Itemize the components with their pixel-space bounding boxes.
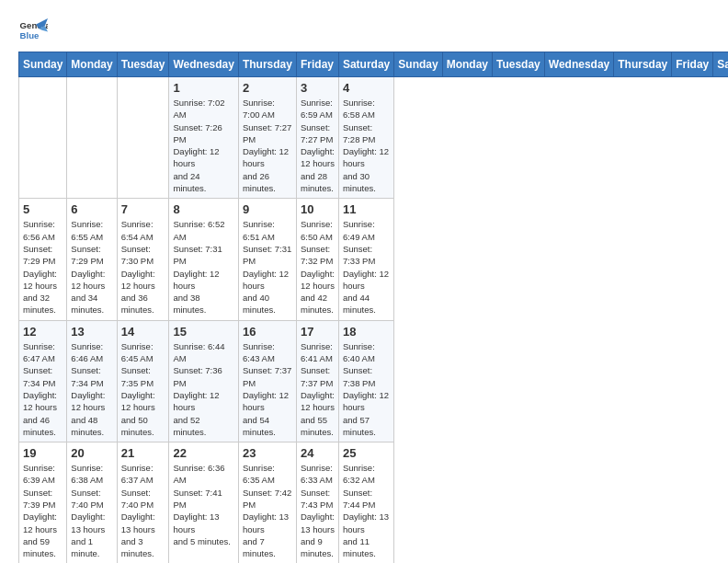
day-number: 10 [301,202,335,216]
day-info: Sunrise: 6:55 AMSunset: 7:29 PMDaylight:… [71,218,112,316]
day-number: 17 [301,325,335,339]
day-info: Sunrise: 6:38 AMSunset: 7:40 PMDaylight:… [71,462,112,559]
calendar-cell: 25Sunrise: 6:32 AMSunset: 7:44 PMDayligh… [338,442,393,563]
day-number: 12 [23,325,63,339]
day-number: 24 [301,446,335,460]
week-row-1: 1Sunrise: 7:02 AMSunset: 7:26 PMDaylight… [19,77,729,199]
day-number: 11 [343,202,390,216]
calendar-cell: 18Sunrise: 6:40 AMSunset: 7:38 PMDayligh… [338,320,393,442]
day-info: Sunrise: 6:35 AMSunset: 7:42 PMDaylight:… [243,462,292,559]
day-number: 7 [121,202,165,216]
calendar-cell: 24Sunrise: 6:33 AMSunset: 7:43 PMDayligh… [296,442,338,563]
calendar-cell: 17Sunrise: 6:41 AMSunset: 7:37 PMDayligh… [296,320,338,442]
day-info: Sunrise: 6:49 AMSunset: 7:33 PMDaylight:… [343,218,390,316]
column-header-thursday: Thursday [614,52,672,77]
logo-icon: General Blue [18,18,48,44]
day-number: 2 [243,81,292,95]
column-header-sunday: Sunday [394,52,442,77]
day-number: 6 [71,202,112,216]
calendar-cell: 19Sunrise: 6:39 AMSunset: 7:39 PMDayligh… [19,442,67,563]
day-number: 18 [343,325,390,339]
column-header-monday: Monday [442,52,492,77]
column-header-tuesday: Tuesday [117,52,169,77]
day-info: Sunrise: 6:40 AMSunset: 7:38 PMDaylight:… [343,340,390,438]
calendar-cell [117,77,169,199]
day-number: 3 [301,81,335,95]
calendar-cell: 22Sunrise: 6:36 AMSunset: 7:41 PMDayligh… [169,442,238,563]
day-info: Sunrise: 6:50 AMSunset: 7:32 PMDaylight:… [301,218,335,316]
day-info: Sunrise: 6:52 AMSunset: 7:31 PMDaylight:… [173,218,233,316]
calendar-cell: 13Sunrise: 6:46 AMSunset: 7:34 PMDayligh… [67,320,117,442]
column-header-friday: Friday [672,52,713,77]
calendar-cell: 9Sunrise: 6:51 AMSunset: 7:31 PMDaylight… [238,199,296,320]
logo: General Blue [18,18,48,44]
calendar-cell [67,77,117,199]
day-info: Sunrise: 6:39 AMSunset: 7:39 PMDaylight:… [23,462,63,559]
calendar-cell: 8Sunrise: 6:52 AMSunset: 7:31 PMDaylight… [169,199,238,320]
calendar-cell [19,77,67,199]
week-row-3: 12Sunrise: 6:47 AMSunset: 7:34 PMDayligh… [19,320,729,442]
day-info: Sunrise: 6:41 AMSunset: 7:37 PMDaylight:… [301,340,335,438]
day-info: Sunrise: 6:37 AMSunset: 7:40 PMDaylight:… [121,462,165,559]
column-header-saturday: Saturday [338,52,393,77]
calendar-cell: 21Sunrise: 6:37 AMSunset: 7:40 PMDayligh… [117,442,169,563]
day-info: Sunrise: 6:43 AMSunset: 7:37 PMDaylight:… [243,340,292,438]
day-number: 14 [121,325,165,339]
calendar-header-row: SundayMondayTuesdayWednesdayThursdayFrid… [19,52,729,77]
svg-text:Blue: Blue [20,30,40,40]
day-info: Sunrise: 7:00 AMSunset: 7:27 PMDaylight:… [243,97,292,194]
week-row-4: 19Sunrise: 6:39 AMSunset: 7:39 PMDayligh… [19,442,729,563]
day-info: Sunrise: 6:56 AMSunset: 7:29 PMDaylight:… [23,218,63,316]
day-info: Sunrise: 6:36 AMSunset: 7:41 PMDaylight:… [173,462,233,547]
day-number: 25 [343,446,390,460]
calendar-table: SundayMondayTuesdayWednesdayThursdayFrid… [18,52,728,563]
column-header-tuesday: Tuesday [492,52,544,77]
calendar-cell: 2Sunrise: 7:00 AMSunset: 7:27 PMDaylight… [238,77,296,199]
day-number: 22 [173,446,233,460]
day-number: 13 [71,325,112,339]
calendar-cell: 16Sunrise: 6:43 AMSunset: 7:37 PMDayligh… [238,320,296,442]
calendar-cell: 1Sunrise: 7:02 AMSunset: 7:26 PMDaylight… [169,77,238,199]
day-info: Sunrise: 6:54 AMSunset: 7:30 PMDaylight:… [121,218,165,316]
calendar-cell: 11Sunrise: 6:49 AMSunset: 7:33 PMDayligh… [338,199,393,320]
calendar-cell: 23Sunrise: 6:35 AMSunset: 7:42 PMDayligh… [238,442,296,563]
day-number: 20 [71,446,112,460]
day-number: 5 [23,202,63,216]
day-info: Sunrise: 6:33 AMSunset: 7:43 PMDaylight:… [301,462,335,559]
day-info: Sunrise: 6:44 AMSunset: 7:36 PMDaylight:… [173,340,233,438]
column-header-wednesday: Wednesday [544,52,613,77]
day-info: Sunrise: 6:47 AMSunset: 7:34 PMDaylight:… [23,340,63,438]
column-header-friday: Friday [296,52,338,77]
week-row-2: 5Sunrise: 6:56 AMSunset: 7:29 PMDaylight… [19,199,729,320]
day-number: 4 [343,81,390,95]
day-number: 21 [121,446,165,460]
calendar-cell: 14Sunrise: 6:45 AMSunset: 7:35 PMDayligh… [117,320,169,442]
day-number: 9 [243,202,292,216]
day-number: 8 [173,202,233,216]
calendar-cell: 3Sunrise: 6:59 AMSunset: 7:27 PMDaylight… [296,77,338,199]
day-info: Sunrise: 6:45 AMSunset: 7:35 PMDaylight:… [121,340,165,438]
calendar-cell: 5Sunrise: 6:56 AMSunset: 7:29 PMDaylight… [19,199,67,320]
calendar-cell: 7Sunrise: 6:54 AMSunset: 7:30 PMDaylight… [117,199,169,320]
day-info: Sunrise: 6:51 AMSunset: 7:31 PMDaylight:… [243,218,292,316]
calendar-cell: 15Sunrise: 6:44 AMSunset: 7:36 PMDayligh… [169,320,238,442]
calendar-cell: 10Sunrise: 6:50 AMSunset: 7:32 PMDayligh… [296,199,338,320]
column-header-wednesday: Wednesday [169,52,238,77]
day-info: Sunrise: 6:46 AMSunset: 7:34 PMDaylight:… [71,340,112,438]
day-number: 23 [243,446,292,460]
column-header-thursday: Thursday [238,52,296,77]
day-number: 15 [173,325,233,339]
calendar-cell: 6Sunrise: 6:55 AMSunset: 7:29 PMDaylight… [67,199,117,320]
calendar-cell: 4Sunrise: 6:58 AMSunset: 7:28 PMDaylight… [338,77,393,199]
calendar-cell: 20Sunrise: 6:38 AMSunset: 7:40 PMDayligh… [67,442,117,563]
day-info: Sunrise: 6:58 AMSunset: 7:28 PMDaylight:… [343,97,390,194]
page-header: General Blue [18,18,710,44]
day-number: 16 [243,325,292,339]
day-info: Sunrise: 6:32 AMSunset: 7:44 PMDaylight:… [343,462,390,559]
day-number: 1 [173,81,233,95]
column-header-saturday: Saturday [713,52,728,77]
day-number: 19 [23,446,63,460]
calendar-cell: 12Sunrise: 6:47 AMSunset: 7:34 PMDayligh… [19,320,67,442]
column-header-sunday: Sunday [19,52,67,77]
column-header-monday: Monday [67,52,117,77]
